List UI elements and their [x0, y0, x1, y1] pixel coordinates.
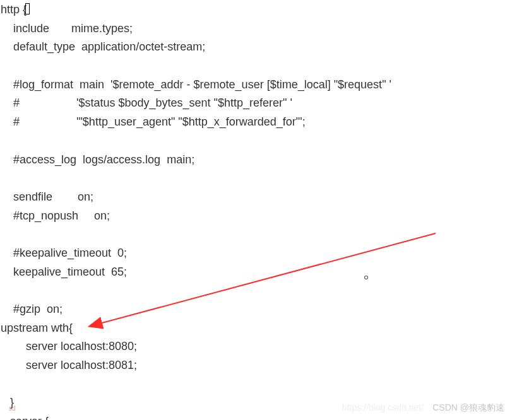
svg-point-2	[365, 276, 368, 279]
code-line: server localhost:8080;	[1, 340, 137, 353]
text-cursor	[25, 3, 30, 15]
sd-mark: sd	[9, 404, 16, 414]
csdn-watermark: CSDN @狼魂豹速	[432, 400, 504, 415]
code-line: sendfile on;	[1, 190, 93, 203]
faded-source-url: https://blog.csdn.net/	[342, 400, 424, 415]
code-line: default_type application/octet-stream;	[1, 40, 205, 53]
code-line: #log_format main '$remote_addr - $remote…	[1, 78, 391, 91]
code-line: #keepalive_timeout 0;	[1, 247, 127, 259]
code-line: #tcp_nopush on;	[1, 209, 110, 222]
code-line: #gzip on;	[1, 303, 63, 315]
code-line: keepalive_timeout 65;	[1, 265, 127, 278]
code-line: server localhost:8081;	[1, 359, 137, 371]
code-line: # '$status $body_bytes_sent "$http_refer…	[1, 96, 292, 109]
nginx-config-code: http { include mime.types; default_type …	[0, 0, 512, 420]
code-line: server {	[1, 415, 49, 420]
code-line: http {	[1, 3, 27, 16]
code-line: include mime.types;	[1, 22, 133, 35]
code-line: upstream wth{	[1, 322, 73, 334]
code-line: # '"$http_user_agent" "$http_x_forwarded…	[1, 115, 306, 128]
code-line: #access_log logs/access.log main;	[1, 153, 194, 166]
small-circle-marker	[364, 275, 369, 280]
